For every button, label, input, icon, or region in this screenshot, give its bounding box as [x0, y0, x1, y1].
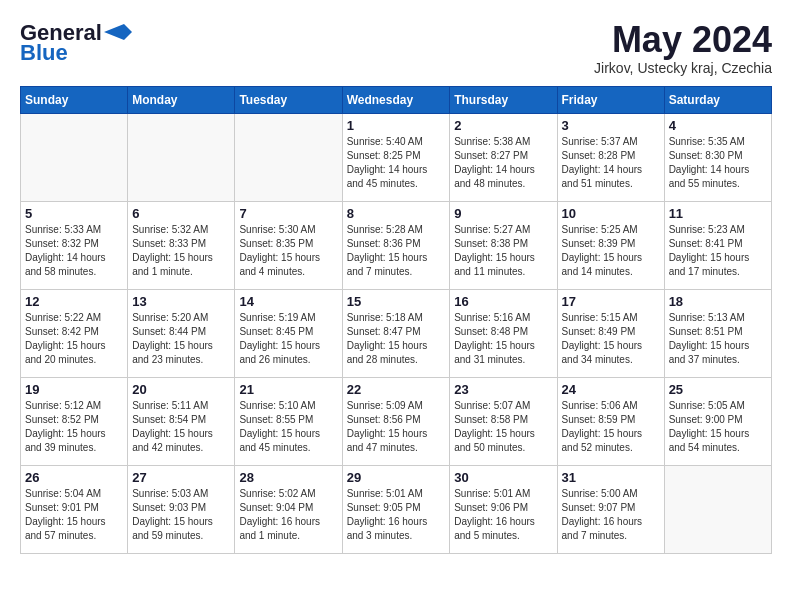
day-info: Sunrise: 5:19 AMSunset: 8:45 PMDaylight:…: [239, 311, 337, 367]
day-info: Sunrise: 5:27 AMSunset: 8:38 PMDaylight:…: [454, 223, 552, 279]
calendar-cell: 8Sunrise: 5:28 AMSunset: 8:36 PMDaylight…: [342, 201, 450, 289]
calendar-cell: 11Sunrise: 5:23 AMSunset: 8:41 PMDayligh…: [664, 201, 771, 289]
day-of-week-header: Saturday: [664, 86, 771, 113]
calendar-cell: 31Sunrise: 5:00 AMSunset: 9:07 PMDayligh…: [557, 465, 664, 553]
calendar-cell: 3Sunrise: 5:37 AMSunset: 8:28 PMDaylight…: [557, 113, 664, 201]
day-info: Sunrise: 5:12 AMSunset: 8:52 PMDaylight:…: [25, 399, 123, 455]
svg-marker-0: [104, 24, 132, 40]
day-number: 11: [669, 206, 767, 221]
day-info: Sunrise: 5:23 AMSunset: 8:41 PMDaylight:…: [669, 223, 767, 279]
calendar-cell: [235, 113, 342, 201]
day-info: Sunrise: 5:40 AMSunset: 8:25 PMDaylight:…: [347, 135, 446, 191]
calendar-cell: 22Sunrise: 5:09 AMSunset: 8:56 PMDayligh…: [342, 377, 450, 465]
day-info: Sunrise: 5:07 AMSunset: 8:58 PMDaylight:…: [454, 399, 552, 455]
day-info: Sunrise: 5:13 AMSunset: 8:51 PMDaylight:…: [669, 311, 767, 367]
calendar-cell: 5Sunrise: 5:33 AMSunset: 8:32 PMDaylight…: [21, 201, 128, 289]
calendar-cell: 28Sunrise: 5:02 AMSunset: 9:04 PMDayligh…: [235, 465, 342, 553]
logo-icon: [104, 24, 132, 40]
calendar-cell: 2Sunrise: 5:38 AMSunset: 8:27 PMDaylight…: [450, 113, 557, 201]
day-info: Sunrise: 5:28 AMSunset: 8:36 PMDaylight:…: [347, 223, 446, 279]
day-info: Sunrise: 5:02 AMSunset: 9:04 PMDaylight:…: [239, 487, 337, 543]
day-of-week-header: Wednesday: [342, 86, 450, 113]
day-number: 4: [669, 118, 767, 133]
day-of-week-header: Thursday: [450, 86, 557, 113]
calendar-week-row: 26Sunrise: 5:04 AMSunset: 9:01 PMDayligh…: [21, 465, 772, 553]
day-number: 8: [347, 206, 446, 221]
day-number: 23: [454, 382, 552, 397]
calendar-cell: 6Sunrise: 5:32 AMSunset: 8:33 PMDaylight…: [128, 201, 235, 289]
day-info: Sunrise: 5:33 AMSunset: 8:32 PMDaylight:…: [25, 223, 123, 279]
calendar-cell: 19Sunrise: 5:12 AMSunset: 8:52 PMDayligh…: [21, 377, 128, 465]
day-number: 18: [669, 294, 767, 309]
day-number: 20: [132, 382, 230, 397]
day-info: Sunrise: 5:09 AMSunset: 8:56 PMDaylight:…: [347, 399, 446, 455]
day-info: Sunrise: 5:32 AMSunset: 8:33 PMDaylight:…: [132, 223, 230, 279]
calendar-cell: 21Sunrise: 5:10 AMSunset: 8:55 PMDayligh…: [235, 377, 342, 465]
calendar-cell: 16Sunrise: 5:16 AMSunset: 8:48 PMDayligh…: [450, 289, 557, 377]
day-number: 9: [454, 206, 552, 221]
day-info: Sunrise: 5:38 AMSunset: 8:27 PMDaylight:…: [454, 135, 552, 191]
day-info: Sunrise: 5:01 AMSunset: 9:06 PMDaylight:…: [454, 487, 552, 543]
calendar-cell: 29Sunrise: 5:01 AMSunset: 9:05 PMDayligh…: [342, 465, 450, 553]
day-info: Sunrise: 5:16 AMSunset: 8:48 PMDaylight:…: [454, 311, 552, 367]
day-info: Sunrise: 5:22 AMSunset: 8:42 PMDaylight:…: [25, 311, 123, 367]
calendar-cell: 13Sunrise: 5:20 AMSunset: 8:44 PMDayligh…: [128, 289, 235, 377]
location-text: Jirkov, Ustecky kraj, Czechia: [594, 60, 772, 76]
calendar-cell: [664, 465, 771, 553]
calendar-cell: 9Sunrise: 5:27 AMSunset: 8:38 PMDaylight…: [450, 201, 557, 289]
day-info: Sunrise: 5:30 AMSunset: 8:35 PMDaylight:…: [239, 223, 337, 279]
calendar-week-row: 1Sunrise: 5:40 AMSunset: 8:25 PMDaylight…: [21, 113, 772, 201]
day-number: 21: [239, 382, 337, 397]
day-number: 2: [454, 118, 552, 133]
day-number: 15: [347, 294, 446, 309]
day-of-week-header: Friday: [557, 86, 664, 113]
day-info: Sunrise: 5:37 AMSunset: 8:28 PMDaylight:…: [562, 135, 660, 191]
day-number: 22: [347, 382, 446, 397]
day-number: 27: [132, 470, 230, 485]
day-number: 6: [132, 206, 230, 221]
calendar-cell: 27Sunrise: 5:03 AMSunset: 9:03 PMDayligh…: [128, 465, 235, 553]
month-title: May 2024: [594, 20, 772, 60]
calendar-week-row: 12Sunrise: 5:22 AMSunset: 8:42 PMDayligh…: [21, 289, 772, 377]
calendar-cell: 18Sunrise: 5:13 AMSunset: 8:51 PMDayligh…: [664, 289, 771, 377]
calendar-cell: 25Sunrise: 5:05 AMSunset: 9:00 PMDayligh…: [664, 377, 771, 465]
calendar-cell: 14Sunrise: 5:19 AMSunset: 8:45 PMDayligh…: [235, 289, 342, 377]
day-info: Sunrise: 5:15 AMSunset: 8:49 PMDaylight:…: [562, 311, 660, 367]
day-number: 7: [239, 206, 337, 221]
calendar-cell: 24Sunrise: 5:06 AMSunset: 8:59 PMDayligh…: [557, 377, 664, 465]
day-info: Sunrise: 5:06 AMSunset: 8:59 PMDaylight:…: [562, 399, 660, 455]
day-info: Sunrise: 5:05 AMSunset: 9:00 PMDaylight:…: [669, 399, 767, 455]
logo-blue: Blue: [20, 40, 68, 66]
calendar-cell: 20Sunrise: 5:11 AMSunset: 8:54 PMDayligh…: [128, 377, 235, 465]
day-info: Sunrise: 5:35 AMSunset: 8:30 PMDaylight:…: [669, 135, 767, 191]
day-number: 16: [454, 294, 552, 309]
day-info: Sunrise: 5:25 AMSunset: 8:39 PMDaylight:…: [562, 223, 660, 279]
calendar-cell: 23Sunrise: 5:07 AMSunset: 8:58 PMDayligh…: [450, 377, 557, 465]
day-of-week-header: Tuesday: [235, 86, 342, 113]
day-info: Sunrise: 5:04 AMSunset: 9:01 PMDaylight:…: [25, 487, 123, 543]
calendar-cell: [128, 113, 235, 201]
day-of-week-header: Sunday: [21, 86, 128, 113]
calendar-cell: [21, 113, 128, 201]
logo: General Blue: [20, 20, 132, 66]
day-number: 13: [132, 294, 230, 309]
title-block: May 2024 Jirkov, Ustecky kraj, Czechia: [594, 20, 772, 76]
calendar-cell: 1Sunrise: 5:40 AMSunset: 8:25 PMDaylight…: [342, 113, 450, 201]
calendar-cell: 7Sunrise: 5:30 AMSunset: 8:35 PMDaylight…: [235, 201, 342, 289]
day-number: 3: [562, 118, 660, 133]
calendar-cell: 15Sunrise: 5:18 AMSunset: 8:47 PMDayligh…: [342, 289, 450, 377]
calendar-cell: 12Sunrise: 5:22 AMSunset: 8:42 PMDayligh…: [21, 289, 128, 377]
day-number: 28: [239, 470, 337, 485]
day-info: Sunrise: 5:11 AMSunset: 8:54 PMDaylight:…: [132, 399, 230, 455]
calendar-week-row: 19Sunrise: 5:12 AMSunset: 8:52 PMDayligh…: [21, 377, 772, 465]
calendar-week-row: 5Sunrise: 5:33 AMSunset: 8:32 PMDaylight…: [21, 201, 772, 289]
day-number: 26: [25, 470, 123, 485]
calendar-header-row: SundayMondayTuesdayWednesdayThursdayFrid…: [21, 86, 772, 113]
day-number: 17: [562, 294, 660, 309]
day-info: Sunrise: 5:00 AMSunset: 9:07 PMDaylight:…: [562, 487, 660, 543]
page-header: General Blue May 2024 Jirkov, Ustecky kr…: [20, 20, 772, 76]
day-number: 12: [25, 294, 123, 309]
calendar-cell: 30Sunrise: 5:01 AMSunset: 9:06 PMDayligh…: [450, 465, 557, 553]
calendar-cell: 10Sunrise: 5:25 AMSunset: 8:39 PMDayligh…: [557, 201, 664, 289]
calendar-table: SundayMondayTuesdayWednesdayThursdayFrid…: [20, 86, 772, 554]
